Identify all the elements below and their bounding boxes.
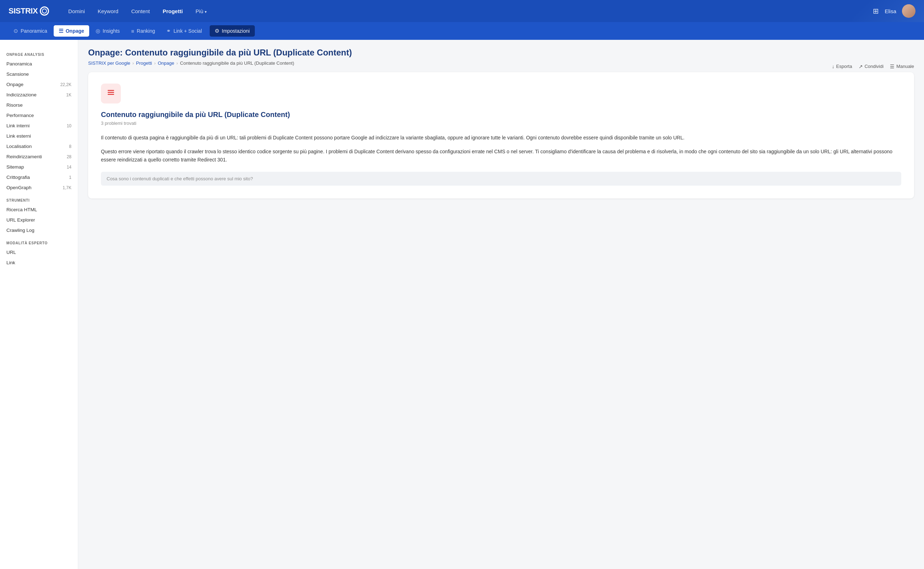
card-question[interactable]: Cosa sono i contenuti duplicati e che ef…: [101, 172, 901, 186]
breadcrumb-sistrix[interactable]: SISTRIX per Google: [88, 61, 130, 66]
card-body-paragraph-1: Il contenuto di questa pagina è raggiung…: [101, 134, 901, 142]
main-content: Onpage: Contenuto raggiungibile da più U…: [78, 40, 924, 569]
sidebar-section-strumenti: STRUMENTI Ricerca HTML URL Explorer Craw…: [0, 196, 78, 236]
list-icon: [107, 88, 115, 99]
sidebar-section-modalita-esperto: MODALITÀ ESPERTO URL Link: [0, 238, 78, 268]
insights-icon: ◎: [96, 28, 100, 34]
sidebar-item-sitemap[interactable]: Sitemap 14: [0, 162, 78, 172]
nav-content[interactable]: Content: [126, 5, 155, 17]
subnav-link-social-label: Link + Social: [173, 28, 202, 34]
sidebar-item-link[interactable]: Link: [0, 257, 78, 268]
card-title: Contenuto raggiungibile da più URL (Dupl…: [101, 111, 901, 119]
nav-progetti[interactable]: Progetti: [158, 5, 188, 17]
breadcrumb-sep-1: ›: [132, 61, 134, 66]
breadcrumb-progetti[interactable]: Progetti: [136, 61, 152, 66]
panoramica-icon: ⊙: [14, 28, 18, 34]
sidebar-item-scansione[interactable]: Scansione: [0, 69, 78, 79]
user-name: Elisa: [885, 8, 896, 14]
card-body-paragraph-2: Questo errore viene riportato quando il …: [101, 148, 901, 164]
condividi-label: Condividi: [865, 64, 883, 69]
subnav-onpage-label: Onpage: [66, 28, 84, 34]
nav-domini[interactable]: Domini: [63, 5, 90, 17]
sidebar-section-title-modalita: MODALITÀ ESPERTO: [0, 238, 78, 247]
sub-navigation: ⊙ Panoramica ☰ Onpage ◎ Insights ≡ Ranki…: [0, 22, 924, 40]
ranking-icon: ≡: [131, 28, 134, 34]
nav-right: ⊞ Elisa: [873, 4, 915, 18]
link-social-icon: ⚭: [166, 28, 171, 34]
sidebar-item-onpage[interactable]: Onpage 22,2K: [0, 79, 78, 90]
breadcrumb-sep-2: ›: [154, 61, 156, 66]
card-subtitle: 3 problemi trovati: [101, 120, 901, 126]
content-card: Contenuto raggiungibile da più URL (Dupl…: [88, 72, 914, 198]
sidebar-item-panoramica[interactable]: Panoramica: [0, 59, 78, 69]
chevron-down-icon: [205, 8, 207, 14]
logo-icon: [40, 6, 49, 16]
sidebar-section-onpage-analysis: ONPAGE ANALYSIS Panoramica Scansione Onp…: [0, 50, 78, 193]
sidebar-item-reindirizzamenti[interactable]: Reindirizzamenti 28: [0, 152, 78, 162]
subnav-panoramica-label: Panoramica: [21, 28, 47, 34]
breadcrumb-current: Contenuto raggiungibile da più URL (Dupl…: [180, 61, 294, 66]
top-navigation: SISTRIX Domini Keyword Content Progetti …: [0, 0, 924, 22]
sidebar-item-risorse[interactable]: Risorse: [0, 100, 78, 110]
sidebar-item-crawling-log[interactable]: Crawling Log: [0, 225, 78, 236]
card-icon-wrap: [101, 84, 121, 103]
avatar[interactable]: [902, 4, 915, 18]
brand-name: SISTRIX: [9, 6, 38, 16]
subnav-impostazioni[interactable]: ⚙ Impostazioni: [210, 25, 255, 37]
sidebar-item-opengraph[interactable]: OpenGraph 1,7K: [0, 183, 78, 193]
nav-piu[interactable]: Più: [191, 5, 212, 17]
avatar-image: [902, 4, 915, 18]
main-layout: ONPAGE ANALYSIS Panoramica Scansione Onp…: [0, 40, 924, 569]
breadcrumb-header: SISTRIX per Google › Progetti › Onpage ›…: [88, 61, 914, 72]
sidebar-item-localisation[interactable]: Localisation 8: [0, 141, 78, 152]
onpage-icon: ☰: [59, 28, 63, 34]
sidebar-item-link-esterni[interactable]: Link esterni: [0, 131, 78, 141]
manuale-button[interactable]: ☰ Manuale: [890, 64, 914, 69]
grid-icon[interactable]: ⊞: [873, 7, 879, 15]
sidebar-item-ricerca-html[interactable]: Ricerca HTML: [0, 204, 78, 215]
subnav-panoramica[interactable]: ⊙ Panoramica: [9, 25, 52, 37]
svg-rect-2: [108, 94, 114, 95]
subnav-ranking[interactable]: ≡ Ranking: [126, 26, 160, 37]
sidebar-item-indicizzazione[interactable]: Indicizzazione 1K: [0, 90, 78, 100]
card-body: Il contenuto di questa pagina è raggiung…: [101, 134, 901, 164]
manuale-icon: ☰: [890, 64, 895, 69]
sidebar-item-url[interactable]: URL: [0, 247, 78, 257]
subnav-impostazioni-label: Impostazioni: [222, 28, 250, 34]
breadcrumb: SISTRIX per Google › Progetti › Onpage ›…: [88, 61, 294, 66]
manuale-label: Manuale: [896, 64, 914, 69]
sidebar-item-crittografia[interactable]: Crittografia 1: [0, 172, 78, 183]
esporta-icon: ↓: [832, 64, 834, 69]
breadcrumb-actions: ↓ Esporta ↗ Condividi ☰ Manuale: [832, 64, 914, 69]
nav-links: Domini Keyword Content Progetti Più: [63, 5, 873, 17]
condividi-icon: ↗: [859, 64, 863, 69]
esporta-button[interactable]: ↓ Esporta: [832, 64, 852, 69]
subnav-insights-label: Insights: [103, 28, 120, 34]
svg-rect-0: [108, 90, 114, 91]
sidebar-item-performance[interactable]: Performance: [0, 110, 78, 120]
impostazioni-icon: ⚙: [215, 28, 219, 34]
breadcrumb-sep-3: ›: [176, 61, 178, 66]
esporta-label: Esporta: [836, 64, 852, 69]
logo[interactable]: SISTRIX: [9, 6, 49, 16]
svg-rect-1: [108, 92, 114, 93]
sidebar-section-title-strumenti: STRUMENTI: [0, 196, 78, 204]
subnav-onpage[interactable]: ☰ Onpage: [54, 25, 89, 37]
condividi-button[interactable]: ↗ Condividi: [859, 64, 883, 69]
breadcrumb-onpage[interactable]: Onpage: [158, 61, 174, 66]
sidebar-item-url-explorer[interactable]: URL Explorer: [0, 215, 78, 225]
subnav-ranking-label: Ranking: [137, 28, 155, 34]
sidebar-section-title-onpage: ONPAGE ANALYSIS: [0, 50, 78, 59]
nav-piu-label: Più: [196, 8, 203, 14]
sidebar: ONPAGE ANALYSIS Panoramica Scansione Onp…: [0, 40, 78, 569]
nav-keyword[interactable]: Keyword: [93, 5, 123, 17]
subnav-insights[interactable]: ◎ Insights: [91, 25, 125, 37]
subnav-link-social[interactable]: ⚭ Link + Social: [161, 25, 207, 37]
sidebar-item-link-interni[interactable]: Link interni 10: [0, 120, 78, 131]
page-title: Onpage: Contenuto raggiungibile da più U…: [88, 48, 914, 58]
